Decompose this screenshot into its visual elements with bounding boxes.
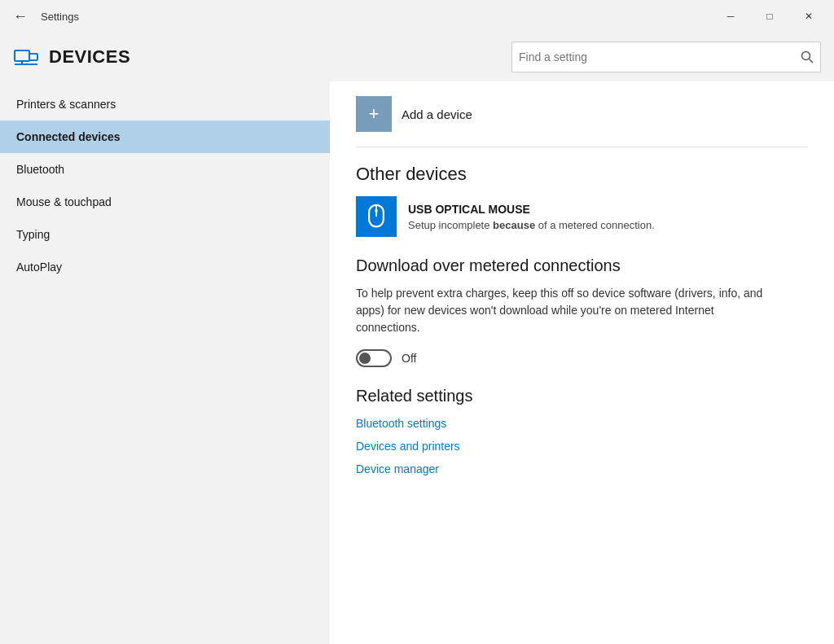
download-desc: To help prevent extra charges, keep this… xyxy=(356,285,779,336)
toggle-thumb xyxy=(359,353,371,364)
sidebar: Printers & scanners Connected devices Bl… xyxy=(0,81,330,644)
maximize-button[interactable]: □ xyxy=(751,4,788,28)
related-link-device-manager[interactable]: Device manager xyxy=(356,462,808,475)
device-item-mouse: USB OPTICAL MOUSE Setup incomplete becau… xyxy=(356,196,808,237)
download-title: Download over metered connections xyxy=(356,256,808,275)
sidebar-item-autoplay[interactable]: AutoPlay xyxy=(0,251,330,283)
add-device-row: + Add a device xyxy=(356,81,808,147)
search-icon xyxy=(801,50,814,64)
svg-rect-1 xyxy=(29,54,37,60)
minimize-button[interactable]: ─ xyxy=(712,4,749,28)
sidebar-item-connected[interactable]: Connected devices xyxy=(0,120,330,153)
sidebar-item-typing[interactable]: Typing xyxy=(0,218,330,251)
search-box[interactable] xyxy=(511,42,821,72)
svg-point-4 xyxy=(802,52,810,60)
window-title: Settings xyxy=(41,11,79,23)
title-bar: ← Settings ─ □ ✕ xyxy=(0,0,834,33)
sidebar-item-printers[interactable]: Printers & scanners xyxy=(0,88,330,120)
metered-toggle[interactable] xyxy=(356,349,392,367)
add-device-button[interactable]: + xyxy=(356,96,392,132)
title-bar-left: ← Settings xyxy=(7,5,79,28)
svg-rect-0 xyxy=(15,50,29,61)
back-button[interactable]: ← xyxy=(7,5,34,28)
sidebar-item-bluetooth[interactable]: Bluetooth xyxy=(0,153,330,186)
device-name: USB OPTICAL MOUSE xyxy=(408,203,655,216)
header-left: DEVICES xyxy=(13,44,130,70)
mouse-device-icon-box xyxy=(356,196,397,237)
other-devices-title: Other devices xyxy=(356,164,808,185)
toggle-label: Off xyxy=(402,352,416,365)
title-bar-controls: ─ □ ✕ xyxy=(712,4,827,28)
toggle-row: Off xyxy=(356,349,808,367)
sidebar-item-mouse[interactable]: Mouse & touchpad xyxy=(0,186,330,218)
add-device-label: Add a device xyxy=(402,107,472,121)
close-button[interactable]: ✕ xyxy=(790,4,827,28)
device-status: Setup incomplete because of a metered co… xyxy=(408,219,655,231)
related-link-bluetooth[interactable]: Bluetooth settings xyxy=(356,417,808,430)
device-info: USB OPTICAL MOUSE Setup incomplete becau… xyxy=(408,203,655,231)
devices-icon xyxy=(13,44,39,70)
mouse-icon xyxy=(365,204,388,230)
search-input[interactable] xyxy=(519,50,801,64)
content-area: + Add a device Other devices USB OPTICAL… xyxy=(330,81,834,644)
related-settings-title: Related settings xyxy=(356,387,808,405)
svg-point-8 xyxy=(375,209,378,212)
page-title: DEVICES xyxy=(49,46,130,68)
header-area: DEVICES xyxy=(0,33,834,81)
related-link-devices-printers[interactable]: Devices and printers xyxy=(356,440,808,453)
svg-line-5 xyxy=(810,59,814,64)
main-layout: Printers & scanners Connected devices Bl… xyxy=(0,81,834,644)
